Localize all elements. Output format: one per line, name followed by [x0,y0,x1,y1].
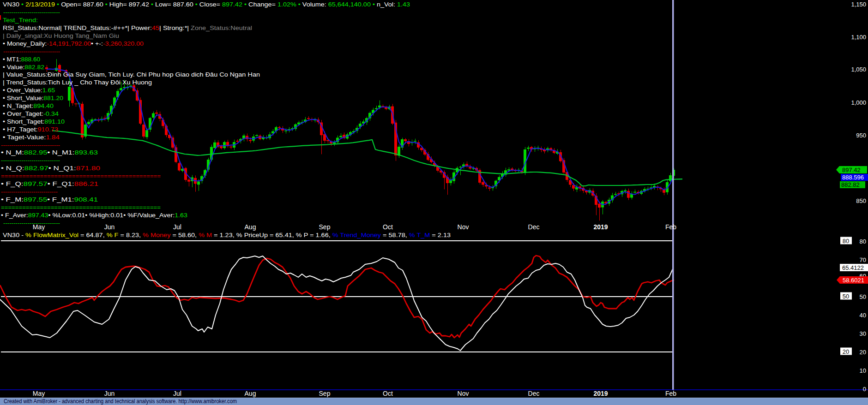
svg-text:Jul: Jul [173,390,181,397]
svg-text:Dec: Dec [528,223,540,231]
svg-text:• N_Q:882.97• N_Q1:871.80: • N_Q:882.97• N_Q1:871.80 [1,165,100,172]
svg-text:Nov: Nov [458,390,469,397]
svg-text:80: 80 [843,238,849,244]
svg-text:2019: 2019 [593,390,608,397]
svg-text:May: May [33,390,45,397]
svg-text:50: 50 [843,293,849,300]
svg-text:Sep: Sep [319,390,331,397]
svg-text:Dec: Dec [528,390,540,397]
svg-text:20: 20 [843,348,849,355]
svg-text:• Value:882.82: • Value:882.82 [3,64,44,71]
svg-text:-----------------------------: ----------------------------- [1,142,60,149]
svg-text:Jun: Jun [104,223,115,231]
svg-text:• Money_Daily:-14,191,792.00•: • Money_Daily:-14,191,792.00• +-:-3,260,… [3,40,144,47]
svg-text:Test_Trend:: Test_Trend: [3,17,38,24]
svg-text:VN30 • 2/13/2019 • Open= 887.: VN30 • 2/13/2019 • Open= 887.60 • High= … [3,1,410,8]
svg-text:• F_Q:897.57• F_Q1:886.21: • F_Q:897.57• F_Q1:886.21 [1,180,98,187]
svg-text:| Value_Status:Đinh Gia Suy Gi: | Value_Status:Đinh Gia Suy Giam, Tich L… [3,71,260,78]
svg-text:• F_M:897.55• F_M1:908.41: • F_M:897.55• F_M1:908.41 [1,196,98,203]
svg-text:• Short_Value:881.20: • Short_Value:881.20 [3,95,63,101]
svg-text:----------------------------: ---------------------------- [3,220,60,226]
svg-text:Oct: Oct [383,223,393,231]
svg-text:VN30 - % FlowMatrix_Vol = 64.8: VN30 - % FlowMatrix_Vol = 64.87, % F = 8… [3,232,451,238]
svg-text:58.6021: 58.6021 [843,277,864,284]
svg-text:• F_Aver:897.43• %Low:0.01• %H: • F_Aver:897.43• %Low:0.01• %High:0.01• … [1,212,187,219]
svg-text:1,100: 1,100 [851,34,866,41]
svg-text:40: 40 [860,312,866,319]
svg-text:==============================: ========================================… [1,173,161,179]
svg-text:10: 10 [860,367,866,374]
svg-text:50: 50 [860,293,866,300]
svg-text:850: 850 [856,197,866,204]
svg-text:• Over_Taget:-0.34: • Over_Taget:-0.34 [3,110,59,117]
svg-text:Aug: Aug [245,223,256,231]
svg-text:• N_M:882.95• N_M1:893.63: • N_M:882.95• N_M1:893.63 [1,149,98,156]
svg-text:Jul: Jul [173,223,181,231]
svg-text:----------------------------: ---------------------------- [3,48,60,55]
svg-text:==============================: ========================================… [1,204,161,211]
svg-text:----------------------------: ---------------------------- [1,188,58,195]
svg-text:| Daily_singal:Xu Huong Tang_N: | Daily_singal:Xu Huong Tang_Nam Giu [3,32,119,39]
svg-text:30: 30 [860,330,866,337]
svg-text:• H7_Taget:910.73: • H7_Taget:910.73 [3,126,58,133]
svg-text:| Trend_Status:Tich Luy _ Cho: | Trend_Status:Tich Luy _ Cho Thay Đôi X… [3,79,152,86]
svg-text:80: 80 [860,238,866,245]
svg-text:950: 950 [856,132,866,139]
svg-text:• MT1:888.60: • MT1:888.60 [3,56,40,63]
svg-text:Nov: Nov [458,223,469,231]
svg-text:• Taget-Value:1.84: • Taget-Value:1.84 [3,134,60,141]
svg-text:Feb: Feb [665,390,676,397]
svg-text:65.4122: 65.4122 [842,264,864,271]
svg-text:• Over_Value:1.65: • Over_Value:1.65 [3,87,55,94]
svg-text:Sep: Sep [319,223,331,231]
svg-text:Oct: Oct [383,390,393,397]
svg-text:----------------------------: ---------------------------- [3,9,60,16]
svg-text:20: 20 [860,349,866,356]
svg-text:882.82: 882.82 [841,181,860,188]
svg-text:Feb: Feb [665,223,676,231]
svg-text:-----------------------------: ----------------------------- [1,157,60,164]
svg-text:Jun: Jun [104,390,115,397]
svg-text:• Short_Taget:891.10: • Short_Taget:891.10 [3,118,65,125]
svg-text:70: 70 [860,256,866,263]
svg-text:897.42: 897.42 [842,167,861,173]
svg-text:Created with AmiBroker - advan: Created with AmiBroker - advanced charti… [4,398,237,405]
svg-text:1,150: 1,150 [851,1,866,8]
svg-text:RSI_Status:Normal| TREND_Statu: RSI_Status:Normal| TREND_Status:-#++*| P… [3,24,252,31]
svg-text:Aug: Aug [245,390,256,397]
svg-text:1,000: 1,000 [851,99,866,106]
svg-text:0: 0 [863,386,866,393]
svg-text:1,050: 1,050 [851,66,866,73]
svg-text:• N_Taget:894.40: • N_Taget:894.40 [3,102,54,109]
svg-text:888.596: 888.596 [842,174,864,181]
svg-text:2019: 2019 [593,223,608,231]
